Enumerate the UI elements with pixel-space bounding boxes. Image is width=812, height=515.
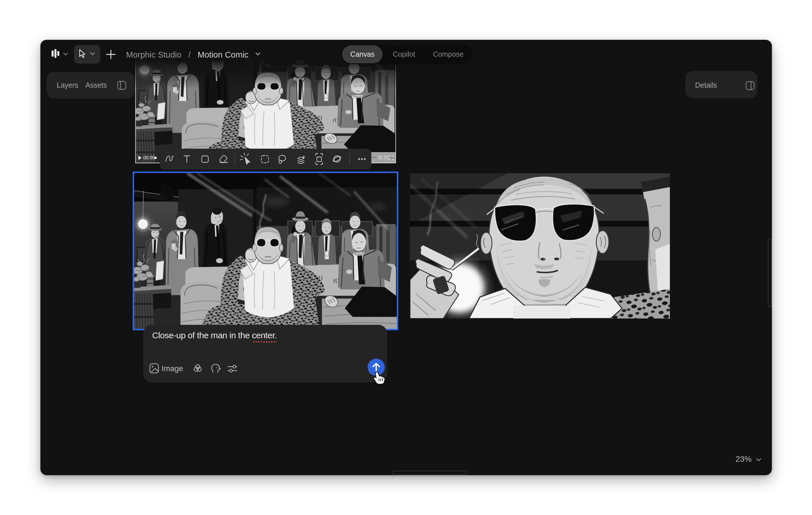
svg-text:Image: Image [162, 364, 183, 373]
svg-text:00:00: 00:00 [143, 155, 155, 160]
svg-text:00:05: 00:05 [377, 155, 389, 160]
